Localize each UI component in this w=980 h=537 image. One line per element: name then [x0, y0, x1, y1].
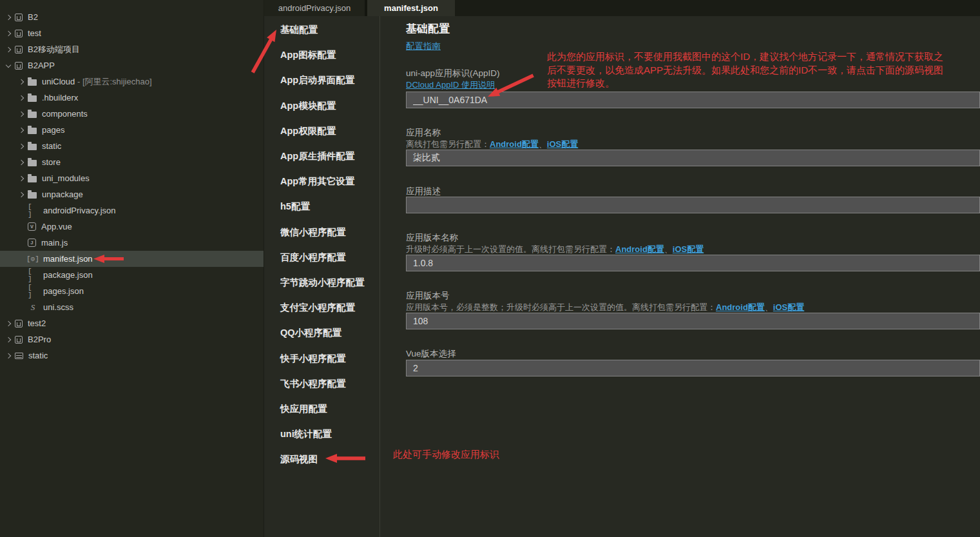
- cloud-folder-icon: [28, 79, 37, 86]
- tree-item-store[interactable]: store: [0, 154, 264, 170]
- menu-item-app-native-plugins[interactable]: App原生插件配置: [264, 144, 380, 169]
- menu-item-h5-config[interactable]: h5配置: [264, 194, 380, 219]
- menu-item-weixin-mp[interactable]: 微信小程序配置: [264, 220, 380, 245]
- menu-item-bytedance-mp[interactable]: 字节跳动小程序配置: [264, 270, 380, 295]
- menu-item-qq-mp[interactable]: QQ小程序配置: [264, 320, 380, 346]
- folder-icon: [28, 176, 37, 182]
- tree-item-b2pro[interactable]: B2Pro: [0, 331, 264, 347]
- appid-input[interactable]: [406, 92, 980, 108]
- menu-item-basic-config[interactable]: 基础配置: [264, 17, 380, 43]
- project-icon: [15, 336, 23, 344]
- chevron-right-icon[interactable]: [17, 94, 28, 102]
- tree-item-androidprivacy-json[interactable]: [ ] androidPrivacy.json: [0, 202, 264, 219]
- tree-item-b2[interactable]: B2: [0, 9, 264, 25]
- menu-item-app-modules[interactable]: App模块配置: [264, 93, 380, 119]
- chevron-right-icon[interactable]: [17, 159, 28, 166]
- tree-item-uni-modules[interactable]: uni_modules: [0, 170, 264, 186]
- chevron-right-icon[interactable]: [17, 191, 28, 199]
- tree-item-b2-mobile[interactable]: B2移动端项目: [0, 41, 264, 57]
- tree-item-components[interactable]: components: [0, 106, 264, 122]
- tree-item-main-js[interactable]: J main.js: [0, 235, 264, 251]
- tree-item-uni-scss[interactable]: S uni.scss: [0, 299, 264, 315]
- chevron-right-icon[interactable]: [4, 320, 15, 327]
- tree-item-hbuilderx[interactable]: .hbuilderx: [0, 90, 264, 106]
- menu-item-app-permissions[interactable]: App权限配置: [264, 119, 380, 144]
- editor-tab-bar: androidPrivacy.json manifest.json: [264, 0, 980, 16]
- folder-icon: [28, 128, 37, 134]
- manifest-gear-icon: [⊙]: [28, 255, 38, 263]
- config-menu-panel: 基础配置 App图标配置 App启动界面配置 App模块配置 App权限配置 A…: [264, 16, 380, 537]
- chevron-right-icon[interactable]: [17, 110, 28, 118]
- folder-icon: [28, 192, 37, 199]
- project-icon: [15, 14, 23, 21]
- chevron-down-icon[interactable]: [4, 62, 15, 70]
- tree-item-test2[interactable]: test2: [0, 315, 264, 331]
- menu-item-app-icon[interactable]: App图标配置: [264, 43, 380, 68]
- vue-version-input[interactable]: [406, 360, 980, 376]
- chevron-right-icon[interactable]: [17, 78, 28, 86]
- android-config-link[interactable]: Android配置: [615, 244, 664, 254]
- tree-item-pages-json[interactable]: [ ] pages.json: [0, 283, 264, 299]
- tree-item-unicloud[interactable]: uniCloud - [阿里云:shijiechao]: [0, 73, 264, 90]
- chevron-right-icon[interactable]: [4, 336, 15, 344]
- android-config-link[interactable]: Android配置: [490, 139, 539, 149]
- chevron-right-icon[interactable]: [4, 46, 15, 54]
- chevron-spacer: [17, 255, 28, 263]
- tab-manifest-json[interactable]: manifest.json: [367, 0, 455, 16]
- menu-item-app-other-settings[interactable]: App常用其它设置: [264, 169, 380, 194]
- menu-item-baidu-mp[interactable]: 百度小程序配置: [264, 245, 380, 270]
- chevron-right-icon[interactable]: [17, 142, 28, 150]
- chevron-right-icon[interactable]: [4, 352, 15, 360]
- tree-item-manifest-json[interactable]: [⊙] manifest.json: [0, 251, 264, 267]
- tree-item-pages[interactable]: pages: [0, 122, 264, 138]
- chevron-right-icon[interactable]: [4, 14, 15, 21]
- version-code-input[interactable]: [406, 313, 980, 329]
- ios-config-link[interactable]: iOS配置: [547, 139, 578, 149]
- project-icon: [15, 46, 23, 54]
- chevron-spacer: [17, 288, 28, 295]
- menu-item-feishu-mp[interactable]: 飞书小程序配置: [264, 371, 380, 396]
- folder-icon: [28, 144, 37, 150]
- menu-item-alipay-mp[interactable]: 支付宝小程序配置: [264, 295, 380, 320]
- tree-item-app-vue[interactable]: V App.vue: [0, 219, 264, 235]
- dcloud-appid-doc-link[interactable]: DCloud AppID 使用说明: [406, 79, 495, 91]
- menu-item-source-view[interactable]: 源码视图: [264, 447, 380, 472]
- ios-config-link[interactable]: iOS配置: [773, 302, 804, 312]
- android-config-link[interactable]: Android配置: [716, 302, 765, 312]
- tree-item-package-json[interactable]: [ ] package.json: [0, 267, 264, 283]
- folder-project-icon: [15, 353, 23, 359]
- chevron-spacer: [17, 207, 28, 215]
- version-name-input[interactable]: [406, 255, 980, 271]
- app-name-label: 应用名称: [406, 127, 441, 139]
- folder-icon: [28, 160, 37, 166]
- chevron-right-icon[interactable]: [17, 175, 28, 182]
- menu-item-quickapp[interactable]: 快应用配置: [264, 396, 380, 422]
- tree-item-static[interactable]: static: [0, 138, 264, 154]
- menu-item-app-launch-screen[interactable]: App启动界面配置: [264, 68, 380, 93]
- version-code-label: 应用版本号: [406, 290, 450, 302]
- folder-icon: [28, 95, 37, 102]
- link-separator: 、: [539, 139, 547, 149]
- ios-config-link[interactable]: iOS配置: [673, 244, 704, 254]
- menu-item-kuaishou-mp[interactable]: 快手小程序配置: [264, 346, 380, 371]
- file-tree-panel: B2 test B2移动端项目 B2APP uniCloud - [阿里云:sh…: [0, 0, 264, 537]
- app-desc-input[interactable]: [406, 197, 980, 213]
- app-name-input[interactable]: [406, 150, 980, 166]
- tab-androidprivacy-json[interactable]: androidPrivacy.json: [264, 0, 367, 16]
- version-name-sub-text: 升级时必须高于上一次设置的值。离线打包需另行配置：: [406, 244, 615, 254]
- tree-item-static-project[interactable]: static: [0, 347, 264, 364]
- json-file-icon: [ ]: [28, 203, 38, 219]
- json-file-icon: [ ]: [28, 268, 38, 283]
- js-file-icon: J: [28, 239, 36, 247]
- chevron-right-icon[interactable]: [4, 30, 15, 37]
- appid-label: uni-app应用标识(AppID): [406, 68, 500, 79]
- chevron-spacer: [17, 271, 28, 279]
- menu-item-uni-statistics[interactable]: uni统计配置: [264, 422, 380, 447]
- config-guide-link[interactable]: 配置指南: [406, 41, 441, 52]
- tree-item-unpackage[interactable]: unpackage: [0, 186, 264, 202]
- folder-icon: [28, 112, 37, 118]
- tree-item-test[interactable]: test: [0, 25, 264, 41]
- project-icon: [15, 320, 23, 327]
- chevron-right-icon[interactable]: [17, 126, 28, 134]
- tree-item-b2app[interactable]: B2APP: [0, 57, 264, 73]
